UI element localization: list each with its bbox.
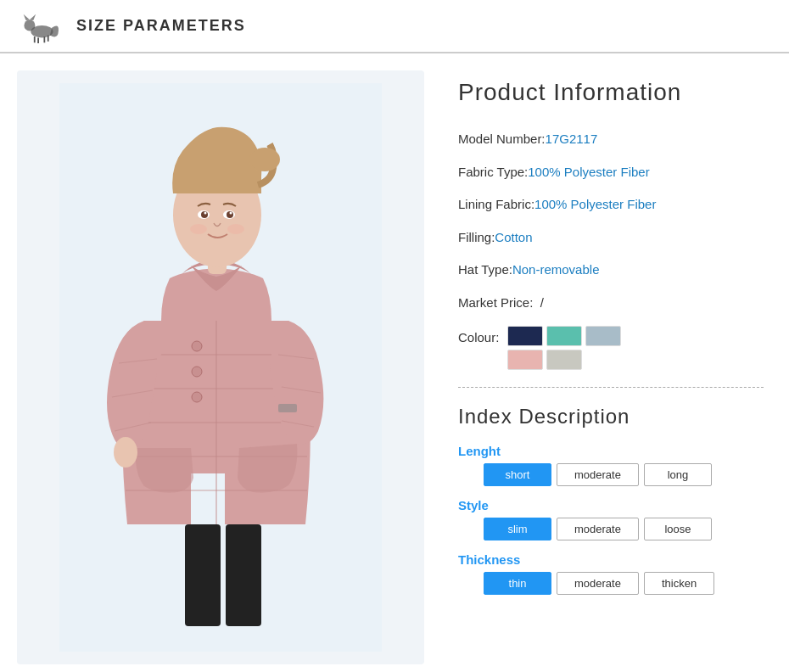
index-btn-0-1[interactable]: moderate (557, 463, 639, 486)
colour-swatch-4[interactable] (507, 350, 543, 370)
product-info-panel: Product Information Model Number:17G2117… (424, 70, 789, 664)
market-price-value: / (540, 295, 544, 310)
lining-fabric-row: Lining Fabric:100% Polyester Fiber (458, 195, 764, 215)
index-btn-2-1[interactable]: moderate (557, 572, 639, 595)
svg-point-29 (249, 148, 280, 171)
index-section-0: Lenghtshortmoderatelong (458, 444, 764, 486)
index-btn-1-2[interactable]: loose (644, 518, 712, 540)
index-section-label-1: Style (458, 498, 764, 512)
colour-row: Colour: (458, 326, 764, 370)
colour-swatch-1[interactable] (507, 326, 543, 346)
colour-swatch-3[interactable] (585, 326, 621, 346)
fabric-type-label: Fabric Type: (458, 165, 528, 179)
filling-value: Cotton (495, 230, 532, 244)
filling-label: Filling: (458, 230, 495, 244)
market-price-label: Market Price: (458, 295, 533, 310)
index-section-2: Thicknessthinmoderatethicken (458, 552, 764, 595)
lining-fabric-label: Lining Fabric: (458, 197, 534, 211)
index-btn-2-0[interactable]: thin (484, 572, 551, 595)
header: SIZE PARAMETERS (0, 0, 789, 53)
filling-row: Filling:Cotton (458, 228, 764, 248)
brand-logo (15, 9, 66, 43)
index-description-title: Index Description (458, 405, 764, 428)
svg-point-17 (192, 341, 202, 351)
svg-rect-10 (226, 524, 261, 626)
hat-type-label: Hat Type: (458, 262, 512, 277)
svg-marker-2 (24, 14, 30, 20)
index-btn-2-2[interactable]: thicken (644, 572, 714, 595)
svg-rect-9 (185, 524, 221, 626)
index-btn-1-0[interactable]: slim (484, 518, 551, 540)
main-content: Product Information Model Number:17G2117… (0, 53, 789, 672)
colour-swatch-5[interactable] (546, 350, 582, 370)
index-section-label-2: Thickness (458, 552, 764, 567)
svg-point-18 (192, 367, 202, 377)
svg-point-37 (227, 224, 244, 234)
colour-swatches (507, 326, 643, 370)
market-price-row: Market Price: / (458, 294, 764, 313)
colour-swatch-2[interactable] (546, 326, 582, 346)
svg-point-19 (192, 392, 202, 402)
fabric-type-value: 100% Polyester Fiber (528, 165, 649, 179)
model-number-value: 17G2117 (546, 132, 598, 146)
index-buttons-1: slimmoderateloose (484, 518, 764, 540)
product-image (17, 70, 424, 664)
page-title: SIZE PARAMETERS (76, 17, 246, 35)
svg-point-26 (114, 437, 137, 468)
svg-point-36 (190, 224, 207, 234)
hat-type-row: Hat Type:Non-removable (458, 260, 764, 280)
index-section-1: Styleslimmoderateloose (458, 498, 764, 540)
index-btn-0-2[interactable]: long (644, 463, 712, 486)
svg-rect-38 (278, 404, 297, 412)
index-btn-1-1[interactable]: moderate (557, 518, 639, 540)
index-buttons-0: shortmoderatelong (484, 463, 764, 486)
product-image-area (17, 70, 424, 664)
index-buttons-2: thinmoderatethicken (484, 572, 764, 595)
colour-label: Colour: (458, 326, 499, 350)
fabric-type-row: Fabric Type:100% Polyester Fiber (458, 163, 764, 182)
product-title: Product Information (458, 79, 764, 106)
index-section-label-0: Lenght (458, 444, 764, 458)
svg-marker-3 (30, 14, 36, 20)
index-sections: LenghtshortmoderatelongStyleslimmoderate… (458, 444, 764, 595)
model-number-row: Model Number:17G2117 (458, 130, 764, 149)
product-illustration (59, 83, 382, 652)
index-btn-0-0[interactable]: short (484, 463, 551, 486)
model-number-label: Model Number: (458, 132, 546, 146)
section-divider (458, 387, 764, 388)
hat-type-value: Non-removable (512, 262, 600, 277)
svg-point-35 (230, 212, 232, 215)
svg-point-1 (24, 20, 35, 31)
svg-point-32 (204, 212, 207, 215)
lining-fabric-value: 100% Polyester Fiber (534, 197, 656, 211)
